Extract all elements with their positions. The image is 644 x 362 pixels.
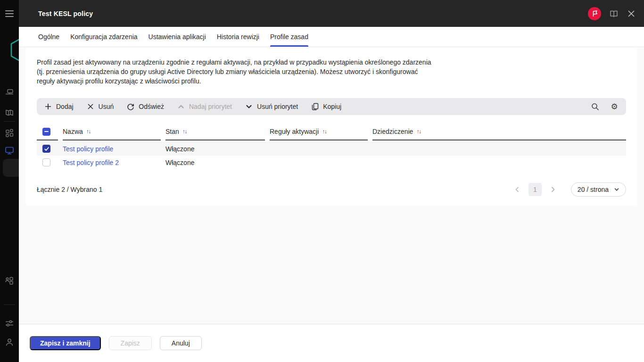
next-page-chevron-icon [549,186,557,193]
search-button[interactable] [590,102,600,111]
devices-monitor-icon[interactable] [5,146,14,155]
dialog-footer: Zapisz i zamknij Zapisz Anuluj [19,324,644,362]
row-checkbox-cell[interactable] [37,145,58,153]
policy-tabbar: Ogólne Konfiguracja zdarzenia Ustawienia… [19,27,644,47]
page-size-select[interactable]: 20 / strona [571,182,626,197]
users-roles-icon[interactable] [5,276,14,286]
sidebar-divider [4,121,15,122]
assets-grid-icon[interactable] [5,128,14,138]
policy-profiles-panel: Profil zasad jest aktywowany na urządzen… [26,47,637,206]
profile-name-link[interactable]: Test policy profile [63,145,113,153]
chevron-down-icon [245,102,253,111]
account-icon[interactable] [5,337,14,347]
profile-state: Włączone [165,159,265,166]
menu-icon[interactable] [5,10,14,17]
remove-priority-button[interactable]: Usuń priorytet [245,102,298,111]
kaspersky-logo-icon [10,39,19,61]
cancel-button[interactable]: Anuluj [160,336,202,350]
search-icon [591,102,599,111]
tab-ogolne[interactable]: Ogólne [38,27,59,47]
column-settings-button[interactable]: ⚙ [610,102,619,111]
row-checkbox-cell[interactable] [37,158,58,166]
chevron-down-icon [614,187,619,192]
reports-icon[interactable] [5,108,14,117]
window-titlebar: Test KESL policy [19,0,644,27]
pagination-bar: Łącznie 2 / Wybrano 1 1 20 / strona [37,182,626,197]
header-checkbox-cell[interactable] [37,123,58,140]
policy-properties-window: Test KESL policy Ogólne Konfiguracja zda… [19,0,644,362]
tab-historia-rewizji[interactable]: Historia rewizji [217,27,259,47]
chevron-up-icon [177,102,185,111]
column-header-stan[interactable]: Stan ↑↓ [165,123,265,140]
set-priority-button: Nadaj priorytet [177,102,232,111]
sort-icon: ↑↓ [182,128,187,135]
window-title: Test KESL policy [38,10,93,17]
profile-name-link[interactable]: Test policy profile 2 [63,159,119,166]
profiles-table: Nazwa ↑↓ Stan ↑↓ Reguły aktywacji ↑↓ Dzi… [37,123,626,169]
tab-ustawienia-aplikacji[interactable]: Ustawienia aplikacji [149,27,206,47]
row-checkbox[interactable] [42,158,50,166]
table-header-row: Nazwa ↑↓ Stan ↑↓ Reguły aktywacji ↑↓ Dzi… [37,123,626,140]
column-header-nazwa[interactable]: Nazwa ↑↓ [63,123,161,140]
refresh-icon [126,102,135,111]
settings-sliders-icon[interactable] [5,319,14,328]
tab-content: Profil zasad jest aktywowany na urządzen… [19,47,644,324]
table-row: Test policy profile 2 Włączone [37,156,626,169]
profile-state: Włączone [165,145,265,153]
copy-icon [311,102,319,111]
copy-button[interactable]: Kopiuj [311,102,341,111]
profiles-description: Profil zasad jest aktywowany na urządzen… [37,58,437,86]
help-book-icon[interactable] [609,9,619,18]
plus-icon [44,102,52,111]
kaspersky-flag-badge-icon[interactable] [588,7,601,20]
column-header-dziedziczenie[interactable]: Dziedziczenie ↑↓ [372,123,626,140]
prev-page-chevron-icon [513,186,521,193]
table-row: Test policy profile Włączone [37,142,626,156]
discovery-deployment-icon[interactable] [5,88,14,97]
app-sidebar [0,0,19,362]
tab-konfiguracja-zdarzenia[interactable]: Konfiguracja zdarzenia [70,27,137,47]
sort-icon: ↑↓ [322,128,326,135]
sort-icon: ↑↓ [86,128,91,135]
save-and-close-button[interactable]: Zapisz i zamknij [30,336,101,350]
cross-icon [86,102,95,111]
selection-summary: Łącznie 2 / Wybrano 1 [37,186,102,193]
page-number-button[interactable]: 1 [528,183,542,196]
profiles-toolbar: Dodaj Usuń Odśwież Nadaj priorytet [37,98,626,115]
sort-icon: ↑↓ [416,128,421,135]
sidebar-divider [4,304,15,305]
delete-button[interactable]: Usuń [86,102,114,111]
row-checkbox[interactable] [42,145,50,153]
tab-profile-zasad[interactable]: Profile zasad [270,27,308,47]
close-icon[interactable] [627,9,636,18]
add-button[interactable]: Dodaj [44,102,74,111]
refresh-button[interactable]: Odśwież [126,102,164,111]
gear-icon: ⚙ [611,103,618,111]
column-header-reguly-aktywacji[interactable]: Reguły aktywacji ↑↓ [270,123,368,140]
select-all-checkbox[interactable] [42,128,50,136]
sidebar-active-item[interactable] [3,159,19,177]
save-button: Zapisz [109,336,152,350]
